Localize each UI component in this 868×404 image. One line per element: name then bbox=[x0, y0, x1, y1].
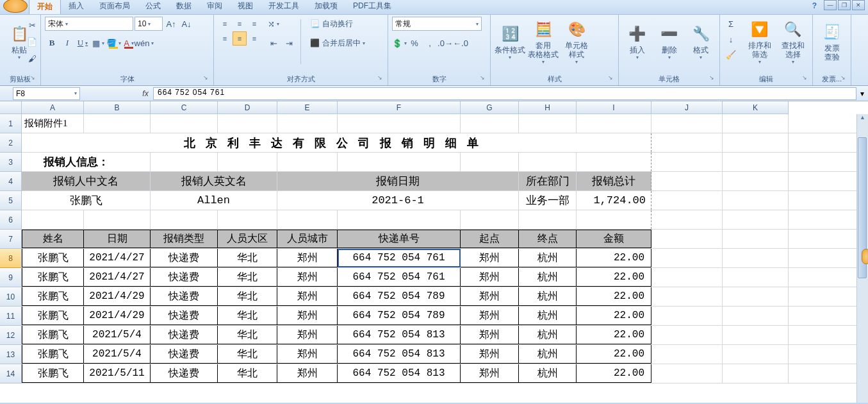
cell[interactable]: 华北 bbox=[218, 326, 277, 344]
window-minimize[interactable]: — bbox=[824, 0, 837, 10]
cell[interactable]: 张鹏飞 bbox=[22, 191, 151, 210]
cell[interactable]: 1,724.00 bbox=[577, 191, 651, 210]
indent-increase[interactable]: ⇥ bbox=[282, 36, 296, 50]
cell[interactable] bbox=[723, 307, 789, 325]
cell[interactable]: 报销人中文名 bbox=[22, 172, 151, 190]
invoice-check-button[interactable]: 🧾发票 查验 bbox=[817, 17, 847, 67]
row-header-2[interactable]: 2 bbox=[0, 133, 22, 153]
font-color-button[interactable]: A▾ bbox=[122, 36, 136, 50]
col-header-F[interactable]: F bbox=[338, 101, 461, 114]
cell[interactable]: 快递费 bbox=[151, 364, 218, 383]
cell[interactable]: 杭州 bbox=[519, 364, 577, 383]
cell[interactable] bbox=[338, 210, 461, 229]
cell[interactable] bbox=[723, 133, 789, 152]
italic-button[interactable]: I bbox=[60, 36, 74, 50]
cell[interactable] bbox=[651, 133, 723, 152]
cell[interactable]: 金额 bbox=[577, 230, 651, 248]
help-icon[interactable]: ? bbox=[812, 1, 817, 10]
cell[interactable]: 人员城市 bbox=[277, 230, 338, 248]
spreadsheet-grid[interactable]: 1234567891011121314 ABCDEFGHIJK 报销附件1北京利… bbox=[0, 101, 868, 403]
cell[interactable]: 华北 bbox=[218, 345, 277, 364]
office-button[interactable] bbox=[3, 0, 28, 13]
cell[interactable]: 所在部门 bbox=[519, 172, 577, 190]
row-header-5[interactable]: 5 bbox=[0, 191, 22, 210]
cell[interactable]: 郑州 bbox=[461, 268, 519, 287]
cell[interactable]: 华北 bbox=[218, 364, 277, 383]
cell[interactable]: 郑州 bbox=[461, 364, 519, 383]
cell[interactable]: 郑州 bbox=[277, 287, 338, 306]
cell[interactable]: 报销类型 bbox=[151, 230, 218, 248]
cell[interactable] bbox=[651, 307, 723, 325]
cell[interactable]: 华北 bbox=[218, 249, 277, 267]
cell[interactable]: 报销人英文名 bbox=[151, 172, 277, 190]
cell[interactable] bbox=[651, 287, 723, 306]
find-select-button[interactable]: 🔍查找和 选择▾ bbox=[778, 17, 808, 67]
cell[interactable]: 664 752 054 813 bbox=[338, 364, 461, 383]
cell[interactable] bbox=[519, 210, 577, 229]
cell[interactable]: 张鹏飞 bbox=[22, 326, 84, 344]
row-header-3[interactable]: 3 bbox=[0, 153, 22, 172]
cell[interactable]: 杭州 bbox=[519, 249, 577, 267]
cell[interactable] bbox=[277, 210, 338, 229]
orientation-button[interactable]: ⤭▾ bbox=[266, 17, 281, 31]
cell[interactable]: 郑州 bbox=[461, 287, 519, 306]
cell[interactable] bbox=[651, 249, 723, 267]
col-header-H[interactable]: H bbox=[519, 101, 577, 114]
cell[interactable] bbox=[151, 210, 218, 229]
wrap-text-button[interactable]: 📃 自动换行 bbox=[306, 17, 370, 31]
row-header-14[interactable]: 14 bbox=[0, 364, 22, 383]
cell[interactable] bbox=[651, 191, 723, 210]
cell[interactable]: 快递费 bbox=[151, 345, 218, 364]
cell[interactable]: 2021/5/11 bbox=[84, 364, 151, 383]
cell[interactable]: 2021/4/29 bbox=[84, 307, 151, 325]
cell[interactable] bbox=[723, 287, 789, 306]
cell[interactable] bbox=[577, 114, 651, 133]
merge-center-button[interactable]: ⬛ 合并后居中▾ bbox=[306, 36, 370, 50]
fill-icon[interactable]: ↓ bbox=[724, 32, 738, 46]
cell[interactable]: 姓名 bbox=[22, 230, 84, 248]
cell[interactable] bbox=[577, 153, 651, 171]
cell[interactable]: 杭州 bbox=[519, 326, 577, 344]
cell[interactable] bbox=[218, 153, 277, 171]
cell[interactable]: 起点 bbox=[461, 230, 519, 248]
indent-decrease[interactable]: ⇤ bbox=[266, 36, 281, 50]
decrease-font-icon[interactable]: A↓ bbox=[179, 17, 193, 31]
decrease-decimal[interactable]: ←.0 bbox=[454, 36, 468, 50]
format-as-table-button[interactable]: 🧮套用 表格格式▾ bbox=[528, 17, 559, 67]
tab-8[interactable]: 加载项 bbox=[307, 0, 345, 14]
comma-button[interactable]: , bbox=[423, 36, 437, 50]
select-all-corner[interactable] bbox=[0, 101, 22, 114]
window-close[interactable]: ✕ bbox=[852, 0, 865, 10]
cell[interactable]: 快递费 bbox=[151, 326, 218, 344]
row-header-13[interactable]: 13 bbox=[0, 345, 22, 364]
format-button[interactable]: 🔧格式▾ bbox=[686, 17, 716, 67]
cell[interactable]: 郑州 bbox=[277, 268, 338, 287]
cell[interactable] bbox=[151, 114, 218, 133]
tab-1[interactable]: 插入 bbox=[61, 0, 92, 14]
cell[interactable]: 杭州 bbox=[519, 307, 577, 325]
cell[interactable]: 664 752 054 789 bbox=[338, 307, 461, 325]
cell[interactable]: 郑州 bbox=[277, 364, 338, 383]
cell[interactable]: 664 752 054 813 bbox=[338, 326, 461, 344]
cell[interactable]: 人员大区 bbox=[218, 230, 277, 248]
tab-4[interactable]: 数据 bbox=[168, 0, 199, 14]
cell[interactable]: 郑州 bbox=[277, 307, 338, 325]
cell[interactable] bbox=[723, 230, 789, 248]
font-name-combo[interactable]: 宋体▾ bbox=[45, 17, 133, 31]
row-header-7[interactable]: 7 bbox=[0, 230, 22, 249]
cell[interactable]: 报销人信息： bbox=[22, 153, 151, 171]
cell[interactable]: 2021/4/27 bbox=[84, 249, 151, 267]
cell[interactable] bbox=[577, 210, 651, 229]
cell[interactable]: 杭州 bbox=[519, 287, 577, 306]
cell[interactable]: 报销日期 bbox=[277, 172, 519, 190]
tab-7[interactable]: 开发工具 bbox=[261, 0, 307, 14]
cell[interactable] bbox=[84, 114, 151, 133]
cell[interactable] bbox=[651, 210, 723, 229]
increase-decimal[interactable]: .0→ bbox=[438, 36, 452, 50]
cell[interactable]: 2021/4/27 bbox=[84, 268, 151, 287]
cell[interactable]: 张鹏飞 bbox=[22, 287, 84, 306]
underline-button[interactable]: U▾ bbox=[76, 36, 90, 50]
cell[interactable] bbox=[651, 172, 723, 190]
border-button[interactable]: ▦▾ bbox=[91, 36, 105, 50]
cell[interactable] bbox=[651, 268, 723, 287]
